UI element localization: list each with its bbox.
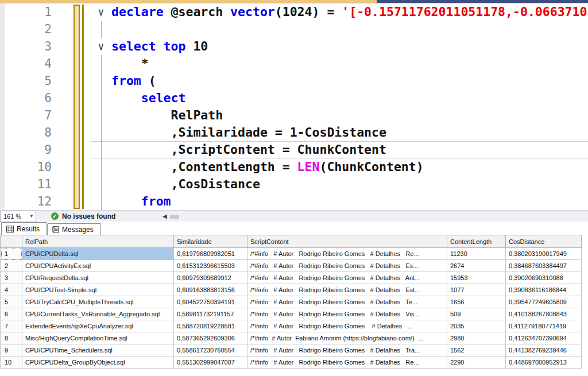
fold-collapse-icon[interactable]: ∨ — [91, 3, 111, 21]
cell-contentlength[interactable]: 11230 — [447, 248, 506, 260]
row-number-cell[interactable]: 7 — [1, 320, 22, 332]
cell-similaridade[interactable]: 0,558617230760554 — [174, 344, 247, 356]
cell-relpath[interactable]: CPU/CurrentTasks_VsRunnable_Aggregado.sq… — [22, 308, 174, 320]
cell-cosdistance[interactable]: 0,380203190017949 — [506, 248, 582, 260]
col-header-contentlength[interactable]: ContentLength — [447, 235, 506, 248]
code-text[interactable]: from ( — [111, 72, 588, 90]
cell-scriptcontent[interactable]: /*#info # Autor Rodrigo Ribeiro Gomes # … — [247, 344, 447, 356]
fold-guide-rule — [101, 141, 102, 158]
cell-similaridade[interactable]: 0,604522750394191 — [174, 296, 247, 308]
tab-results[interactable]: Results — [1, 222, 47, 235]
row-number-cell[interactable]: 8 — [1, 332, 22, 344]
code-text[interactable]: RelPath — [111, 107, 588, 124]
grid-corner-header[interactable] — [1, 235, 22, 248]
cell-scriptcontent[interactable]: /*#info # Autor Rodrigo Ribeiro Gomes # … — [247, 260, 447, 272]
cell-cosdistance[interactable]: 0,412634707390694 — [506, 332, 582, 344]
code-line-7[interactable]: 7 RelPath — [0, 107, 588, 124]
cell-relpath[interactable]: Misc/HighQueryCompilationTime.sql — [22, 332, 174, 344]
cell-contentlength[interactable]: 2035 — [447, 320, 506, 332]
row-number-cell[interactable]: 1 — [1, 248, 22, 260]
code-line-3[interactable]: 3∨select top 10 — [0, 38, 588, 55]
code-line-9[interactable]: 9 ,ScriptContent = ChunkContent — [0, 141, 588, 158]
cell-relpath[interactable]: CPU/CPUTest-Simple.sql — [22, 284, 174, 296]
cell-similaridade[interactable]: 0,589811732191157 — [174, 308, 247, 320]
code-text[interactable] — [111, 21, 588, 38]
cell-similaridade[interactable]: 0,551302999047087 — [174, 356, 247, 369]
cell-scriptcontent[interactable]: /*#info # Autor Fabiano Amorim (https://… — [247, 332, 447, 344]
cell-contentlength[interactable]: 2980 — [447, 332, 506, 344]
code-text[interactable]: select top 10 — [111, 38, 588, 55]
code-line-11[interactable]: 11 ,CosDistance — [0, 176, 588, 193]
cell-cosdistance[interactable]: 0,395477249605809 — [506, 296, 582, 308]
cell-contentlength[interactable]: 1656 — [447, 296, 506, 308]
row-number-cell[interactable]: 3 — [1, 272, 22, 284]
code-line-10[interactable]: 10 ,ContentLength = LEN(ChunkContent) — [0, 158, 588, 176]
code-line-5[interactable]: 5from ( — [0, 72, 588, 90]
cell-relpath[interactable]: CPU/TryCalcCPU_MultipleThreads.sql — [22, 296, 174, 308]
cell-cosdistance[interactable]: 0,441382769239446 — [506, 344, 582, 356]
cell-scriptcontent[interactable]: /*#info # Autor Rodrigo Ribeiro Gomes # … — [247, 308, 447, 320]
cell-cosdistance[interactable]: 0,390836116186844 — [506, 284, 582, 296]
code-line-8[interactable]: 8 ,Similaridade = 1-CosDistance — [0, 124, 588, 141]
row-number-cell[interactable]: 9 — [1, 344, 22, 356]
cell-similaridade[interactable]: 0,60979309689912 — [174, 272, 247, 284]
code-text[interactable]: ,Similaridade = 1-CosDistance — [111, 124, 588, 141]
cell-contentlength[interactable]: 1562 — [447, 344, 506, 356]
row-number-cell[interactable]: 5 — [1, 296, 22, 308]
cell-similaridade[interactable]: 0,587365292609306 — [174, 332, 247, 344]
col-header-relpath[interactable]: RelPath — [22, 235, 174, 248]
cell-scriptcontent[interactable]: /*#info # Autor Rodrigo Ribeiro Gomes # … — [247, 296, 447, 308]
horizontal-scrollbar-thumb[interactable] — [170, 215, 179, 219]
cell-cosdistance[interactable]: 0,384687603384497 — [506, 260, 582, 272]
cell-relpath[interactable]: CPU/RequestDelta.sql — [22, 272, 174, 284]
code-line-1[interactable]: 1∨declare @search vector(1024) = '[-0.15… — [0, 3, 588, 21]
cell-scriptcontent[interactable]: /*#info # Autor Rodrigo Ribeiro Gomes # … — [247, 272, 447, 284]
code-text[interactable]: * — [111, 55, 588, 72]
cell-cosdistance[interactable]: 0,448697000952913 — [506, 356, 582, 369]
cell-contentlength[interactable]: 1077 — [447, 284, 506, 296]
cell-relpath[interactable]: CPU/CPUTime_Schedulers.sql — [22, 344, 174, 356]
cell-scriptcontent[interactable]: /*#info # Autor Rodrigo Ribeiro Gomes # … — [247, 320, 447, 332]
cell-contentlength[interactable]: 2674 — [447, 260, 506, 272]
code-text[interactable]: declare @search vector(1024) = '[-0.1571… — [111, 3, 588, 21]
tab-messages[interactable]: Messages — [47, 223, 101, 235]
cell-similaridade[interactable]: 0,609163883813156 — [174, 284, 247, 296]
row-number-cell[interactable]: 10 — [1, 356, 22, 369]
code-text[interactable]: select — [111, 90, 588, 107]
cell-contentlength[interactable]: 2290 — [447, 356, 506, 369]
row-number-cell[interactable]: 6 — [1, 308, 22, 320]
cell-similaridade[interactable]: 0,619796809982051 — [174, 248, 247, 260]
cell-cosdistance[interactable]: 0,39020690310088 — [506, 272, 582, 284]
cell-contentlength[interactable]: 509 — [447, 308, 506, 320]
code-line-6[interactable]: 6 select — [0, 90, 588, 107]
code-line-4[interactable]: 4 * — [0, 55, 588, 72]
cell-cosdistance[interactable]: 0,411279180771419 — [506, 320, 582, 332]
cell-relpath[interactable]: CPU/CPUDelta.sql — [22, 248, 174, 260]
col-header-scriptcontent[interactable]: ScriptContent — [247, 235, 447, 248]
zoom-level-dropdown[interactable]: 161 % ▼ — [0, 211, 36, 222]
cell-relpath[interactable]: CPU/CPUDelta_GroupByObject.sql — [22, 356, 174, 369]
cell-relpath[interactable]: CPU/CPUActivityEx.sql — [22, 260, 174, 272]
code-text[interactable]: from — [111, 193, 588, 210]
cell-similaridade[interactable]: 0,588720819228581 — [174, 320, 247, 332]
cell-scriptcontent[interactable]: /*#info # Autor Rodrigo Ribeiro Gomes # … — [247, 284, 447, 296]
cell-relpath[interactable]: ExtendedEvents/spXeCpuAnalyzer.sql — [22, 320, 174, 332]
line-body: ,ContentLength = LEN(ChunkContent) — [91, 158, 588, 176]
cell-cosdistance[interactable]: 0,410188267808843 — [506, 308, 582, 320]
sql-editor[interactable]: 1∨declare @search vector(1024) = '[-0.15… — [0, 3, 588, 210]
fold-collapse-icon[interactable]: ∨ — [91, 38, 111, 55]
code-text[interactable]: ,CosDistance — [111, 176, 588, 193]
col-header-similaridade[interactable]: Similaridade — [174, 235, 247, 248]
cell-scriptcontent[interactable]: /*#info # Autor Rodrigo Ribeiro Gomes # … — [247, 248, 447, 260]
scroll-left-arrow-icon[interactable]: ◀ — [163, 213, 167, 219]
col-header-cosdistance[interactable]: CosDistance — [506, 235, 582, 248]
code-line-2[interactable]: 2 — [0, 21, 588, 38]
cell-similaridade[interactable]: 0,615312396615503 — [174, 260, 247, 272]
cell-scriptcontent[interactable]: /*#info # Autor Rodrigo Ribeiro Gomes # … — [247, 356, 447, 369]
code-text[interactable]: ,ScriptContent = ChunkContent — [111, 141, 588, 158]
code-line-12[interactable]: 12 from — [0, 193, 588, 210]
row-number-cell[interactable]: 4 — [1, 284, 22, 296]
row-number-cell[interactable]: 2 — [1, 260, 22, 272]
code-text[interactable]: ,ContentLength = LEN(ChunkContent) — [111, 158, 588, 176]
cell-contentlength[interactable]: 15953 — [447, 272, 506, 284]
